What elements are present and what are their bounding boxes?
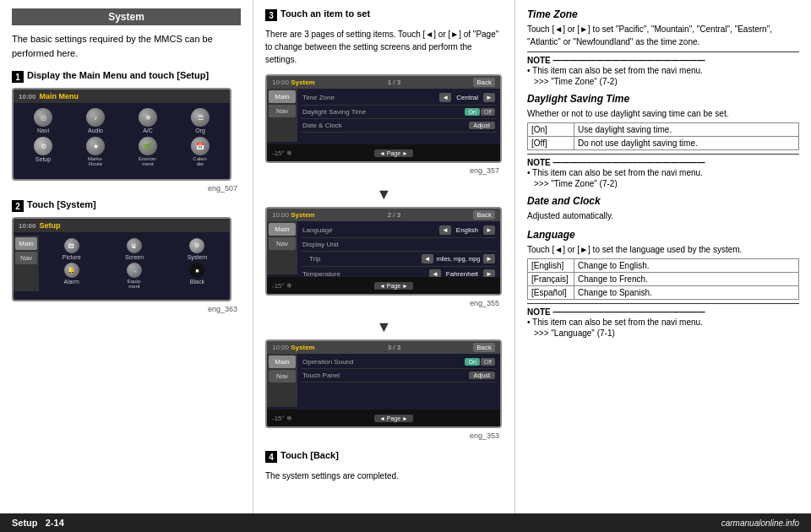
setup-icon-picture: 🖼 Picture [41,238,101,260]
touch-panel-adjust-btn[interactable]: Adjust [469,372,495,379]
footer-section: Setup [12,518,38,528]
step4-label: Touch [Back] [280,450,339,460]
setup-icon-system: ⚙ System [167,238,227,260]
opsound-off-btn[interactable]: Off [481,358,495,366]
system-screen-1: 10:00 System 1 / 3 Back Main Nav Time Zo… [265,74,502,163]
nav-btn-2[interactable]: Nav [269,237,296,250]
footer: Setup 2-14 carmanualonline.info [0,513,811,532]
menu-icon-environ: 🌿 Environ·ment [123,137,172,166]
dst-table-on: [On] Use daylight saving time. [528,123,798,137]
nav-btn-3[interactable]: Nav [269,370,296,383]
menu-icon-calender: 📅 Calen·der [176,137,225,166]
dst-table-off: [Off] Do not use daylight saving time. [528,137,798,149]
trip-right-btn[interactable]: ► [483,254,495,263]
display-unit-row: Display Unit [301,238,497,252]
language-text: Touch [◄] or [►] to set the language use… [527,243,799,256]
language-spanish: [Español] Change to Spanish. [528,286,798,299]
language-note: NOTE —————————————————— • This item can … [527,303,799,338]
dst-text: Whether or not to use daylight saving ti… [527,107,799,120]
step4-num: 4 [265,451,277,463]
screen1-topbar: 10:00 System 1 / 3 Back [267,76,500,89]
trip-left-btn[interactable]: ◄ [422,254,433,263]
main-btn-1[interactable]: Main [269,90,296,103]
main-menu-topbar: 10:00 Main Menu [14,90,230,103]
language-section: Language Touch [◄] or [►] to set the lan… [527,229,799,338]
footer-left: Setup 2-14 [12,518,64,528]
step1-label: Display the Main Menu and touch [Setup] [27,70,209,80]
screen2-bottombar: -15° ❄ ◄ Page ► [267,277,500,294]
timezone-right-btn[interactable]: ► [483,93,495,102]
lang-right-btn[interactable]: ► [483,225,495,235]
menu-icon-ac: ❄ A/C [123,108,172,133]
right-column: Time Zone Touch [◄] or [►] to set "Pacif… [515,0,811,513]
setup-icon-screen: 🖥 Screen [104,238,164,260]
timezone-row: Time Zone ◄ Central ► [301,90,497,106]
setup-main-btn[interactable]: Main [15,237,37,250]
setup-nav-btn[interactable]: Nav [15,252,37,264]
eng-label-363: eng_363 [12,305,241,313]
page-btn-2[interactable]: ◄ Page ► [374,282,413,290]
step1-num: 1 [12,71,24,83]
trip-row: Trip ◄ miles, mpg, mpg ► [301,252,497,267]
setup-icon-equip: 🔧 Equip·ment [104,263,164,289]
setup-icon-black: ■ Black [167,263,227,289]
op-sound-row: Operation Sound On Off [301,356,497,369]
menu-icon-navi: ◎ Navi [19,108,68,133]
dst-table: [On] Use daylight saving time. [Off] Do … [527,122,799,150]
time-zone-section: Time Zone Touch [◄] or [►] to set "Pacif… [527,8,799,86]
time-zone-title: Time Zone [527,8,799,20]
setup-title: Setup [39,221,60,230]
left-column: System The basic settings required by th… [0,0,253,513]
lang-left-btn[interactable]: ◄ [439,225,451,235]
page-btn-3[interactable]: ◄ Page ► [374,415,413,422]
dst-off-btn[interactable]: Off [481,108,495,116]
step1-heading: 1 Display the Main Menu and touch [Setup… [12,70,241,83]
screen2-topbar: 10:00 System 2 / 3 Back [267,209,500,221]
main-menu-title: Main Menu [39,92,79,100]
back-btn-1[interactable]: Back [473,78,495,87]
step2-num: 2 [12,200,24,212]
menu-icon-org: ☰ Org [176,108,225,133]
menu-icon-marks: ★ Marks·Route [71,137,120,166]
page-btn-1[interactable]: ◄ Page ► [374,149,413,157]
language-english: [English] Change to English. [528,259,798,273]
system-screen-2: 10:00 System 2 / 3 Back Main Nav Languag… [265,207,502,296]
arrow-down-2: ▼ [265,319,503,334]
setup-topbar: 10:00 Setup [14,219,230,232]
mid-column: 3 Touch an item to set There are 3 pages… [253,0,515,513]
dst-on-btn[interactable]: On [465,108,479,116]
main-btn-3[interactable]: Main [269,356,296,368]
timezone-left-btn[interactable]: ◄ [439,93,451,102]
step3-label: Touch an item to set [280,8,370,19]
touch-panel-row: Touch Panel Adjust [301,369,497,383]
language-french: [Français] Change to French. [528,273,798,286]
section-title: System [12,8,241,25]
logo-text: carmanualonline.info [721,518,799,528]
menu-icon-setup: ⚙ Setup [19,137,68,166]
step3-intro: There are 3 pages of setting items. Touc… [265,28,503,66]
opsound-on-btn[interactable]: On [465,358,479,366]
dst-title: Daylight Saving Time [527,93,799,105]
back-btn-3[interactable]: Back [473,343,495,352]
date-adjust-btn[interactable]: Adjust [469,122,495,129]
setup-icon-alarm: 🔔 Alarm [41,263,101,289]
dst-note: NOTE —————————————————— • This item can … [527,154,799,188]
main-menu-icons: ◎ Navi ♪ Audio ❄ A/C ☰ Org ⚙ Setup [14,103,230,171]
time-zone-note: NOTE —————————————————— • This item can … [527,52,799,86]
arrow-down-1: ▼ [265,187,503,202]
footer-logo: carmanualonline.info [721,518,799,528]
back-btn-2[interactable]: Back [473,210,495,220]
main-btn-2[interactable]: Main [269,223,296,236]
language-row: Language ◄ English ► [301,223,497,238]
main-menu-screen: 10:00 Main Menu ◎ Navi ♪ Audio ❄ A/C ☰ [12,88,231,181]
intro-text: The basic settings required by the MMCS … [12,32,241,60]
system-screen-3: 10:00 System 3 / 3 Back Main Nav Operati… [265,339,502,428]
date-clock-row: Date & Clock Adjust [301,119,497,133]
date-clock-text: Adjusted automatically. [527,209,799,222]
footer-page: 2-14 [46,518,64,528]
eng-label-507: eng_507 [12,184,241,193]
eng-label-355: eng_355 [265,299,503,307]
menu-icon-audio: ♪ Audio [71,108,120,133]
screen1-bottombar: -15° ❄ ◄ Page ► [267,144,500,161]
nav-btn-1[interactable]: Nav [269,105,296,117]
